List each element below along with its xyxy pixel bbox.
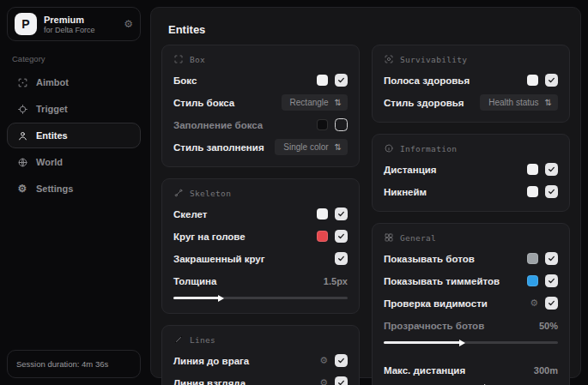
gear-icon[interactable]: ⚙ (124, 19, 133, 29)
scan-circle-icon (384, 54, 394, 64)
setting-row-box: Бокс (173, 71, 348, 89)
sidebar-item-label: Settings (36, 183, 73, 194)
card-title: General (400, 233, 436, 243)
sidebar: P Premium for Delta Force ⚙ Category Aim… (0, 0, 148, 385)
color-swatch[interactable] (527, 75, 538, 86)
slider-thumb[interactable] (218, 295, 224, 302)
card-title: Lines (190, 335, 215, 345)
checkbox-view-line[interactable] (335, 376, 348, 385)
sidebar-item-world[interactable]: World (7, 149, 141, 175)
checkbox-head-circle[interactable] (335, 230, 348, 243)
sidebar-item-entites[interactable]: Entites (7, 123, 141, 148)
category-label: Category (12, 54, 136, 63)
color-swatch[interactable] (527, 164, 538, 175)
line-icon (173, 334, 184, 345)
page-title: Entites (168, 23, 570, 36)
card-title: Box (190, 55, 205, 64)
gear-icon[interactable]: ⚙ (319, 378, 328, 385)
color-swatch[interactable] (527, 253, 538, 264)
color-swatch[interactable] (317, 231, 328, 242)
setting-row-bots-opacity: Прозрачность ботов 50% (384, 316, 558, 334)
setting-row-view-line: Линия взгляда ⚙ (173, 374, 348, 385)
dropdown-fill-style[interactable]: Single color ⇅ (275, 139, 348, 155)
sidebar-item-label: Aimbot (36, 77, 69, 87)
sidebar-item-label: Entites (36, 130, 68, 141)
checkbox-box-fill[interactable] (335, 118, 348, 131)
checkbox-enemy-line[interactable] (335, 354, 348, 367)
sort-arrows-icon: ⇅ (335, 142, 342, 152)
color-swatch[interactable] (317, 119, 328, 130)
slider-value: 300m (534, 365, 558, 376)
main-panel: Entites Box Бокс (150, 7, 581, 378)
slider-thickness[interactable] (173, 297, 348, 299)
session-duration: Session duration: 4m 36s (7, 350, 141, 378)
color-swatch[interactable] (527, 186, 538, 197)
checkbox-nickname[interactable] (545, 185, 558, 198)
sidebar-item-label: World (36, 157, 63, 167)
card-title: Survivability (400, 55, 467, 64)
card-survivability: Survivability Полоса здоровья Стиль здор… (372, 45, 570, 123)
app-window: P Premium for Delta Force ⚙ Category Aim… (0, 0, 588, 385)
sidebar-item-trigget[interactable]: Trigget (7, 96, 141, 122)
setting-row-max-distance: Макс. дистанция 300m (384, 361, 558, 379)
crosshair-scan-icon (16, 76, 28, 88)
setting-row-head-circle: Круг на голове (173, 227, 348, 245)
setting-row-enemy-line: Линия до врага ⚙ (173, 352, 348, 370)
slider-value: 1.5px (324, 276, 348, 286)
setting-row-show-teammates: Показывать тиммейтов (384, 272, 558, 290)
brand-title: Premium (44, 15, 95, 25)
card-title: Skeleton (190, 189, 231, 198)
setting-row-filled-circle: Закрашенный круг (173, 250, 348, 268)
checkbox-filled-circle[interactable] (335, 252, 348, 265)
slider-thumb[interactable] (459, 340, 465, 346)
sidebar-nav: Aimbot Trigget Entites World (7, 69, 141, 202)
target-icon (16, 103, 28, 115)
brand-subtitle: for Delta Force (44, 26, 95, 34)
card-lines: Lines Линия до врага ⚙ Линия взгляда ⚙ (161, 325, 360, 385)
card-information: Information Дистанция Никнейм (372, 134, 570, 212)
color-swatch[interactable] (527, 275, 538, 286)
setting-row-show-bots: Показывать ботов (384, 250, 558, 268)
sidebar-item-label: Trigget (36, 104, 68, 114)
card-box: Box Бокс Стиль бокса Rectangle ⇅ (161, 45, 360, 167)
checkbox-distance[interactable] (545, 163, 558, 176)
setting-row-fill-style: Стиль заполнения Single color ⇅ (173, 138, 348, 156)
setting-row-health-style: Стиль здоровья Health status ⇅ (384, 93, 558, 111)
card-title: Information (400, 144, 457, 153)
sort-arrows-icon: ⇅ (545, 98, 552, 107)
gear-icon[interactable]: ⚙ (530, 298, 538, 308)
sort-arrows-icon: ⇅ (335, 98, 342, 107)
slider-value: 50% (539, 321, 558, 331)
session-duration-label: Session duration: 4m 36s (16, 359, 108, 369)
sidebar-item-aimbot[interactable]: Aimbot (7, 69, 141, 95)
brand-card: P Premium for Delta Force ⚙ (7, 7, 141, 41)
card-skeleton: Skeleton Скелет Круг на голове (161, 178, 360, 314)
setting-row-skeleton: Скелет (173, 205, 348, 223)
checkbox-health-bar[interactable] (545, 74, 558, 87)
setting-row-box-style: Стиль бокса Rectangle ⇅ (173, 93, 348, 111)
setting-row-distance: Дистанция (384, 160, 558, 178)
slider-bots-opacity[interactable] (384, 341, 558, 344)
color-swatch[interactable] (317, 75, 328, 86)
sidebar-item-settings[interactable]: ⚙ Settings (7, 176, 141, 202)
brand-logo: P (15, 13, 37, 35)
checkbox-skeleton[interactable] (335, 208, 348, 220)
setting-row-thickness: Толщина 1.5px (173, 272, 348, 290)
checkbox-box[interactable] (335, 74, 348, 87)
dropdown-health-style[interactable]: Health status ⇅ (480, 94, 558, 111)
checkbox-visibility-check[interactable] (545, 297, 558, 310)
checkbox-show-bots[interactable] (545, 252, 558, 265)
box-select-icon (173, 54, 184, 64)
checkbox-show-teammates[interactable] (545, 274, 558, 287)
setting-row-health-bar: Полоса здоровья (384, 71, 558, 89)
logo-letter: P (21, 17, 29, 31)
bone-icon (173, 188, 184, 198)
card-general: General Показывать ботов Показывать тимм… (372, 223, 570, 385)
dropdown-box-style[interactable]: Rectangle ⇅ (282, 94, 348, 111)
setting-row-box-fill: Заполнение бокса (173, 116, 348, 134)
gear-icon[interactable]: ⚙ (319, 356, 328, 365)
color-swatch[interactable] (317, 208, 328, 220)
gear-icon: ⚙ (16, 183, 28, 195)
globe-icon (16, 156, 28, 168)
setting-row-nickname: Никнейм (384, 183, 558, 201)
